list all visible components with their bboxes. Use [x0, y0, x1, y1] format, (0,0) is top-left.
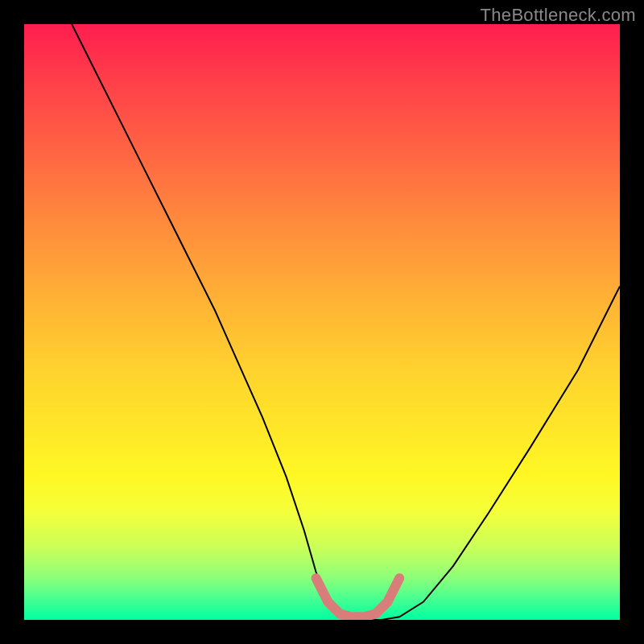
watermark-text: TheBottleneck.com — [481, 5, 636, 26]
plot-area — [24, 24, 620, 620]
pink-basin — [316, 578, 400, 617]
chart-frame: TheBottleneck.com — [0, 0, 644, 644]
curve-layer — [24, 24, 620, 620]
black-curve — [72, 24, 620, 620]
